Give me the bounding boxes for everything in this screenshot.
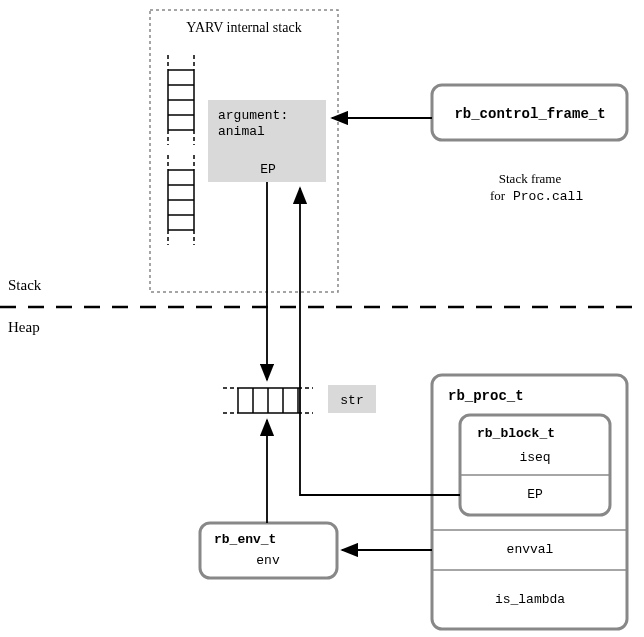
stack-frame-line1: Stack frame [499, 171, 562, 186]
env-label: env [256, 553, 280, 568]
rb-block-t-label: rb_block_t [477, 426, 555, 441]
stack-frame-line2-group: for Proc.call [490, 188, 583, 204]
ep-block-label: EP [527, 487, 543, 502]
envval-label: envval [507, 542, 554, 557]
argument-line1: argument: [218, 108, 288, 123]
arrow-block-ep-to-argument [300, 188, 460, 495]
str-label: str [340, 393, 363, 408]
rb-env-t-label: rb_env_t [214, 532, 276, 547]
yarv-title: YARV internal stack [186, 20, 301, 35]
is-lambda-label: is_lambda [495, 592, 565, 607]
ladder-bottom-icon [168, 155, 194, 245]
rb-proc-t-label: rb_proc_t [448, 388, 524, 404]
argument-line2: animal [218, 124, 265, 139]
heap-label: Heap [8, 319, 40, 335]
rb-control-frame-label: rb_control_frame_t [454, 106, 605, 122]
iseq-label: iseq [519, 450, 550, 465]
ladder-top-icon [168, 55, 194, 145]
svg-text:for: for [490, 188, 506, 203]
stack-label: Stack [8, 277, 42, 293]
svg-text:Proc.call: Proc.call [513, 189, 583, 204]
ep-small: EP [260, 162, 276, 177]
